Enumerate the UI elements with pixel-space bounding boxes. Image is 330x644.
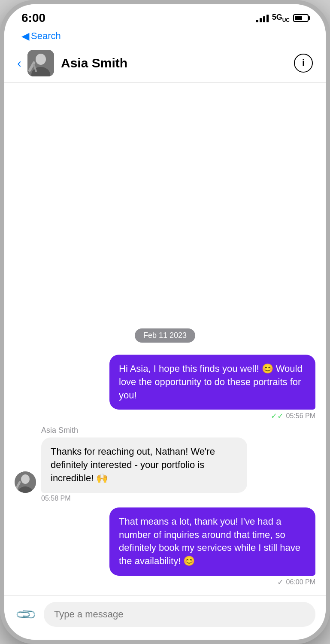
status-right: 5GUC: [256, 13, 309, 23]
message-time: 05:58 PM: [41, 495, 70, 502]
messages-area: Feb 11 2023 Hi Asia, I hope this finds y…: [4, 83, 326, 595]
message-text: That means a lot, thank you! I've had a …: [119, 516, 300, 566]
sent-receipt-icon: ✓: [277, 577, 284, 587]
sender-name: Asia Smith: [41, 426, 78, 435]
contact-name: Asia Smith: [61, 56, 294, 70]
message-bubble-sent: Hi Asia, I hope this finds you well! 😊 W…: [109, 355, 315, 410]
message-input[interactable]: [44, 602, 315, 627]
message-row: That means a lot, thank you! I've had a …: [15, 507, 315, 587]
message-time: 06:00 PM: [286, 578, 315, 586]
date-separator: Feb 11 2023: [15, 328, 315, 343]
signal-icon: [256, 14, 269, 22]
date-label: Feb 11 2023: [135, 328, 195, 343]
chevron-left-icon: ◀: [21, 30, 29, 42]
read-receipt-icon: ✓✓: [271, 411, 284, 421]
message-meta: ✓ 06:00 PM: [277, 577, 315, 587]
message-with-avatar: Thanks for reaching out, Nathan! We're d…: [15, 437, 247, 492]
chat-header: ‹ Asia Smith i: [4, 46, 326, 83]
message-meta: ✓✓ 05:56 PM: [271, 411, 315, 421]
search-back-label: Search: [31, 30, 61, 42]
message-text: Thanks for reaching out, Nathan! We're d…: [51, 446, 215, 483]
battery-icon: [293, 14, 309, 22]
sender-avatar: [15, 471, 36, 493]
info-button[interactable]: i: [294, 54, 313, 73]
contact-avatar: [27, 50, 54, 76]
avatar-image: [27, 50, 54, 76]
status-time: 6:00: [21, 11, 45, 25]
sender-avatar-image: [15, 471, 36, 493]
svg-point-1: [36, 54, 46, 65]
phone-frame: 6:00 5GUC ◀ Search: [0, 0, 330, 644]
message-bubble-received: Thanks for reaching out, Nathan! We're d…: [41, 437, 247, 492]
message-bubble-sent: That means a lot, thank you! I've had a …: [109, 507, 315, 576]
message-meta: 05:58 PM: [41, 495, 70, 502]
paperclip-icon: 📎: [14, 602, 37, 626]
message-row: Asia Smith Thanks for reaching out, Nath…: [15, 426, 315, 502]
input-bar: 📎: [4, 595, 326, 640]
svg-point-6: [21, 474, 30, 484]
attach-button[interactable]: 📎: [15, 603, 37, 626]
network-label: 5GUC: [272, 13, 290, 23]
message-text: Hi Asia, I hope this finds you well! 😊 W…: [119, 363, 303, 401]
message-time: 05:56 PM: [286, 412, 315, 420]
back-to-search[interactable]: ◀ Search: [21, 30, 61, 42]
info-icon: i: [302, 58, 305, 69]
nav-search-bar: ◀ Search: [4, 28, 326, 46]
back-button[interactable]: ‹: [17, 56, 21, 70]
message-row: Hi Asia, I hope this finds you well! 😊 W…: [15, 355, 315, 421]
status-bar: 6:00 5GUC: [4, 4, 326, 28]
screen: 6:00 5GUC ◀ Search: [4, 4, 326, 640]
